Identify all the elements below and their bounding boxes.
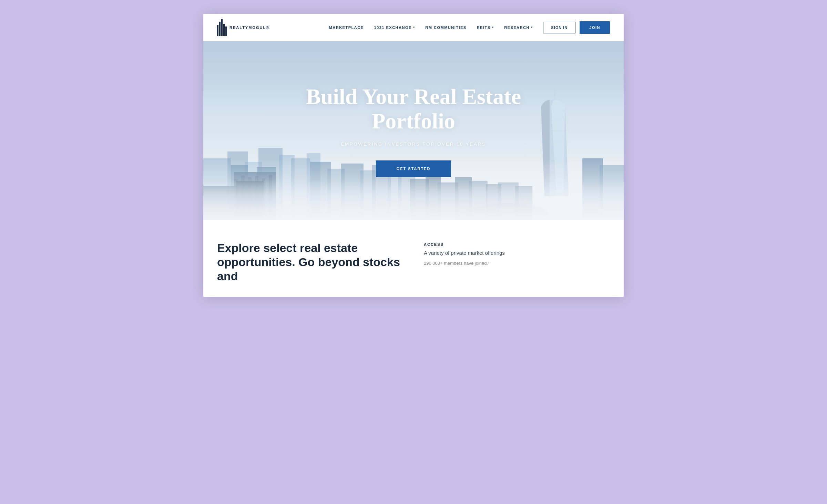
explore-heading: Explore select real estate opportunities… bbox=[217, 241, 403, 283]
svg-rect-2 bbox=[223, 24, 225, 36]
nav-rm-communities[interactable]: RM COMMUNITIES bbox=[425, 25, 466, 30]
access-label: ACCESS bbox=[424, 242, 610, 246]
hero-title: Build Your Real Estate Portfolio bbox=[293, 85, 534, 133]
explore-text: Explore select real estate opportunities… bbox=[217, 241, 403, 283]
below-fold-section: Explore select real estate opportunities… bbox=[203, 220, 624, 297]
chevron-down-icon-reits: ▾ bbox=[492, 26, 494, 29]
hero-subtitle: EMPOWERING INVESTORS FOR OVER 10 YEARS bbox=[293, 141, 534, 147]
nav-research[interactable]: RESEARCH ▾ bbox=[504, 25, 533, 30]
page-wrapper: REALTYMOGUL® MARKETPLACE 1031 EXCHANGE ▾… bbox=[203, 14, 624, 297]
chevron-down-icon-research: ▾ bbox=[531, 26, 533, 29]
logo-icon bbox=[217, 19, 227, 36]
svg-rect-0 bbox=[221, 19, 223, 36]
chevron-down-icon: ▾ bbox=[413, 26, 415, 29]
join-button[interactable]: JOIN bbox=[580, 21, 610, 34]
access-column: ACCESS A variety of private market offer… bbox=[424, 241, 610, 283]
logo-text: REALTYMOGUL® bbox=[229, 25, 269, 30]
logo[interactable]: REALTYMOGUL® bbox=[217, 19, 269, 36]
nav-reits[interactable]: REITS ▾ bbox=[477, 25, 494, 30]
nav-links: MARKETPLACE 1031 EXCHANGE ▾ RM COMMUNITI… bbox=[329, 25, 533, 30]
svg-rect-3 bbox=[217, 25, 218, 36]
nav-buttons: SIGN IN JOIN bbox=[543, 21, 610, 34]
get-started-button[interactable]: GET STARTED bbox=[376, 160, 451, 177]
nav-1031-exchange[interactable]: 1031 EXCHANGE ▾ bbox=[374, 25, 415, 30]
hero-content: Build Your Real Estate Portfolio EMPOWER… bbox=[286, 85, 541, 177]
access-description: A variety of private market offerings bbox=[424, 250, 610, 256]
signin-button[interactable]: SIGN IN bbox=[543, 22, 575, 33]
hero-section: Build Your Real Estate Portfolio EMPOWER… bbox=[203, 41, 624, 220]
access-members: 290 000+ members have joined.¹ bbox=[424, 261, 610, 266]
svg-rect-4 bbox=[225, 27, 227, 36]
svg-rect-1 bbox=[219, 22, 221, 36]
navbar: REALTYMOGUL® MARKETPLACE 1031 EXCHANGE ▾… bbox=[203, 14, 624, 41]
nav-marketplace[interactable]: MARKETPLACE bbox=[329, 25, 364, 30]
